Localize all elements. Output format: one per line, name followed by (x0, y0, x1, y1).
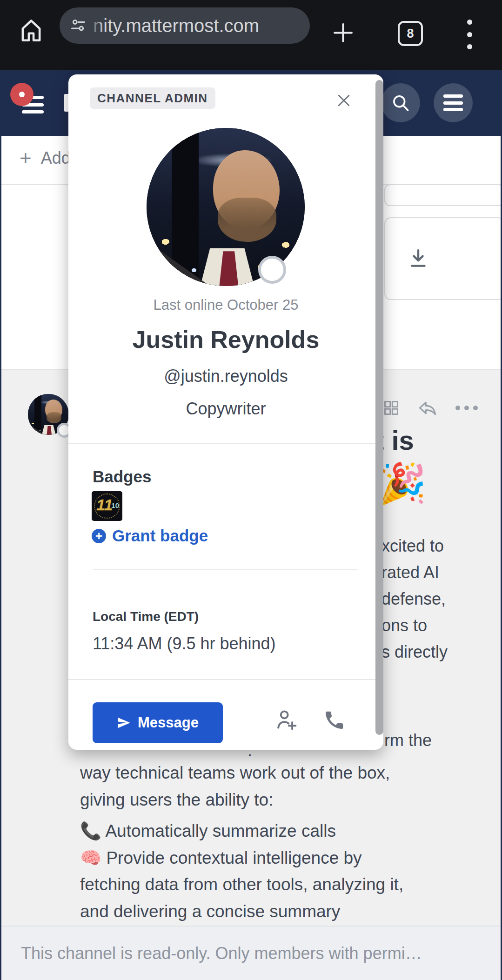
menu-icon (443, 94, 463, 111)
add-channel-button[interactable]: + Add (20, 148, 71, 168)
browser-menu-button[interactable] (466, 20, 473, 49)
plus-circle-icon: + (92, 529, 106, 543)
home-icon[interactable] (18, 17, 45, 44)
more-actions-icon[interactable] (455, 406, 478, 410)
post-feature-list: 📞 Automatically summarize calls 🧠 Provid… (80, 818, 403, 925)
profile-full-name: Justin Reynolds (68, 326, 383, 353)
url-text: nity.mattermost.com (93, 15, 259, 36)
status-indicator-offline (258, 256, 286, 284)
unread-badge (10, 83, 33, 106)
post-text-fragments: xcited to rated AI defense, ons to s dir… (382, 533, 448, 665)
new-tab-icon[interactable] (330, 20, 356, 46)
occluded-line-fragment: rm the (384, 727, 432, 753)
party-popper-emoji: 🎉 (378, 464, 427, 503)
fragment-line: xcited to (382, 533, 448, 559)
feature-line: 📞 Automatically summarize calls (80, 818, 403, 845)
badge-number: 11 (96, 496, 113, 514)
search-button[interactable] (381, 83, 420, 122)
download-icon[interactable] (407, 247, 430, 270)
post-actions (383, 398, 478, 418)
last-online-text: Last online October 25 (68, 297, 383, 313)
site-settings-icon (70, 17, 87, 34)
fragment-line: rated AI (382, 559, 448, 586)
divider (68, 679, 383, 680)
kebab-dot (467, 20, 472, 25)
actions-grid-icon[interactable] (383, 400, 400, 416)
reply-icon[interactable] (415, 398, 440, 418)
tab-switcher-button[interactable]: 8 (398, 21, 423, 46)
attachment-card-partial (384, 184, 502, 206)
url-bar[interactable]: nity.mattermost.com (60, 7, 310, 44)
paragraph-line: giving users the ability to: (80, 787, 390, 813)
fragment-line: defense, (382, 586, 448, 612)
message-button-label: Message (138, 714, 199, 731)
add-channel-label: Add (41, 148, 71, 168)
role-badge: CHANNEL ADMIN (90, 87, 215, 109)
call-icon[interactable] (323, 709, 346, 731)
divider (68, 443, 383, 444)
paragraph-line: way technical teams work out of the box, (80, 760, 390, 787)
fragment-line: ons to (382, 612, 448, 639)
local-time-value: 11:34 AM (9.5 hr behind) (93, 634, 276, 653)
tab-count: 8 (407, 27, 414, 41)
kebab-dot (467, 32, 472, 37)
channel-menu-button[interactable] (434, 83, 473, 122)
browser-chrome: nity.mattermost.com 8 (0, 0, 502, 70)
url-fade (88, 7, 104, 44)
profile-username: @justin.reynolds (68, 367, 383, 386)
badge-sub-number: 10 (111, 501, 119, 509)
plus-icon: + (20, 148, 32, 168)
file-attachment-card[interactable] (384, 217, 502, 300)
profile-position: Copywriter (68, 399, 383, 419)
popover-scrollbar[interactable] (375, 80, 383, 735)
close-icon[interactable] (335, 91, 353, 110)
search-icon (390, 93, 411, 113)
screen: nity.mattermost.com 8 + (0, 0, 502, 980)
local-time-title: Local Time (EDT) (93, 609, 199, 624)
kebab-dot (467, 44, 472, 49)
anniversary-badge[interactable]: 11 10 (92, 491, 122, 521)
feature-line: fetching data from other tools, analyzin… (80, 871, 403, 898)
divider (93, 569, 358, 570)
readonly-channel-bar: This channel is read-only. Only members … (0, 926, 502, 980)
send-icon (117, 716, 131, 730)
feature-line: 🧠 Provide contextual intelligence by (80, 845, 403, 872)
readonly-notice: This channel is read-only. Only members … (21, 944, 422, 963)
grant-badge-label: Grant badge (112, 527, 208, 545)
user-profile-popover: CHANNEL ADMIN Last online October 25 Jus… (68, 74, 383, 750)
grant-badge-button[interactable]: + Grant badge (92, 527, 208, 545)
message-button[interactable]: Message (93, 702, 223, 743)
left-edge-strip (0, 136, 1, 980)
add-to-channel-icon[interactable] (273, 706, 300, 733)
fragment-line: s directly (382, 639, 448, 665)
badges-section-title: Badges (93, 467, 151, 486)
post-paragraph: way technical teams work out of the box,… (80, 760, 390, 813)
role-badge-label: CHANNEL ADMIN (97, 91, 208, 106)
feature-line: and delivering a concise summary (80, 898, 403, 925)
